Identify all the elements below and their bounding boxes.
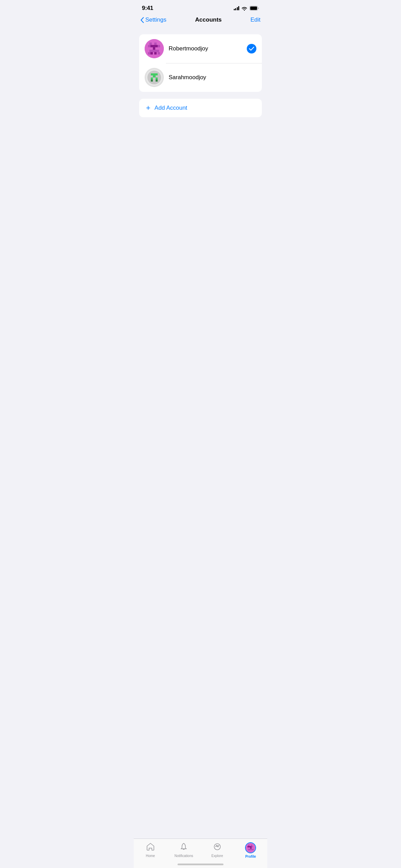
svg-rect-21: [148, 52, 150, 55]
svg-rect-13: [150, 47, 153, 50]
svg-rect-9: [153, 45, 155, 47]
svg-rect-4: [152, 43, 154, 45]
svg-rect-29: [153, 75, 156, 77]
svg-rect-5: [154, 43, 157, 45]
edit-button[interactable]: Edit: [251, 16, 260, 23]
svg-rect-33: [156, 80, 158, 82]
account-name-sarah: Sarahmoodjoy: [169, 74, 256, 81]
svg-rect-32: [151, 80, 153, 82]
svg-rect-30: [151, 77, 153, 80]
svg-rect-18: [152, 50, 154, 52]
svg-rect-27: [153, 73, 156, 75]
svg-rect-14: [153, 47, 155, 50]
svg-rect-11: [158, 45, 160, 47]
svg-rect-24: [158, 52, 160, 55]
status-time: 9:41: [142, 5, 153, 12]
account-name-robert: Robertmoodjoy: [169, 45, 247, 52]
svg-rect-20: [157, 50, 159, 52]
account-item-robert[interactable]: Robertmoodjoy: [139, 34, 262, 63]
account-item-sarah[interactable]: Sarahmoodjoy: [139, 63, 262, 92]
svg-rect-19: [154, 50, 157, 52]
svg-rect-15: [155, 47, 158, 50]
svg-rect-28: [156, 73, 158, 75]
nav-bar: Settings Accounts Edit: [134, 14, 267, 27]
add-account-card[interactable]: + Add Account: [139, 99, 262, 117]
add-plus-icon: +: [146, 104, 150, 112]
add-account-label: Add Account: [155, 105, 187, 111]
svg-rect-16: [158, 47, 160, 50]
wifi-icon: [241, 6, 247, 11]
avatar-sarah-inner: [146, 69, 162, 86]
back-button[interactable]: Settings: [141, 16, 166, 23]
status-icons: [234, 6, 259, 11]
svg-rect-22: [150, 52, 153, 55]
svg-rect-1: [250, 7, 257, 10]
svg-rect-23: [154, 52, 157, 55]
avatar-robert-svg: [145, 39, 164, 58]
signal-icon: [234, 6, 240, 10]
content-area: Robertmoodjoy: [134, 27, 267, 131]
svg-rect-10: [155, 45, 158, 47]
page-title: Accounts: [195, 16, 221, 23]
checkmark-icon: [249, 47, 254, 51]
chevron-left-icon: [141, 17, 144, 23]
svg-rect-31: [156, 77, 158, 80]
avatar-sarah-svg: [147, 71, 161, 84]
selected-check-icon: [247, 44, 256, 53]
svg-rect-8: [150, 45, 153, 47]
accounts-card: Robertmoodjoy: [139, 34, 262, 92]
back-label: Settings: [145, 16, 166, 23]
svg-rect-6: [157, 43, 159, 45]
svg-rect-12: [148, 47, 150, 50]
avatar-robert: [145, 39, 164, 58]
svg-rect-17: [149, 50, 152, 52]
avatar-sarah: [145, 68, 164, 87]
status-bar: 9:41: [134, 0, 267, 14]
svg-rect-26: [151, 73, 153, 75]
battery-icon: [250, 6, 259, 11]
svg-rect-3: [149, 43, 152, 45]
svg-rect-7: [148, 45, 150, 47]
